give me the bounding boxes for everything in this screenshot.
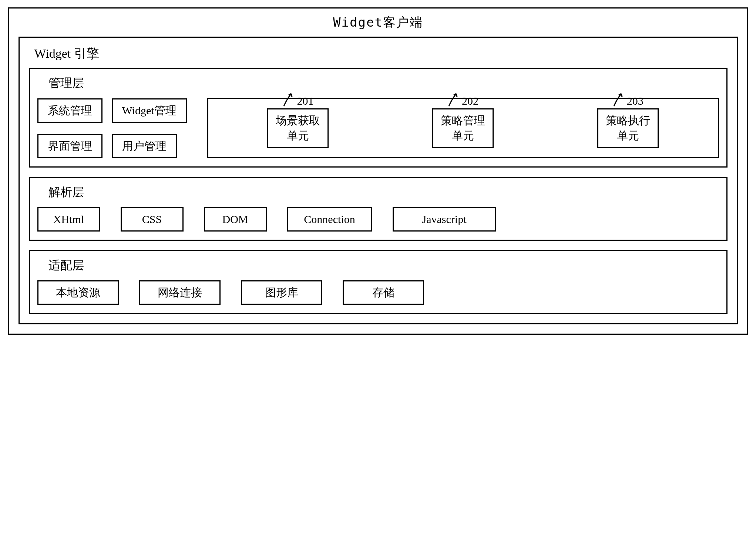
arrow-icon (282, 91, 295, 107)
connection-box: Connection (287, 207, 372, 232)
management-layer-content: 系统管理 Widget管理 界面管理 用户管理 (37, 98, 719, 158)
ref-202: 202 (447, 91, 478, 107)
system-management-box: 系统管理 (37, 98, 103, 123)
policy-execution-unit-wrapper: 203 策略执行 单元 (597, 108, 659, 148)
widget-management-box: Widget管理 (112, 98, 187, 123)
adaptation-layer-title: 适配层 (48, 257, 719, 274)
unit-line1: 策略执行 (606, 113, 650, 128)
management-right-group: 201 场景获取 单元 202 (207, 98, 719, 158)
arrow-icon (612, 91, 625, 107)
adaptation-layer: 适配层 本地资源 网络连接 图形库 存储 (29, 250, 728, 314)
ref-201: 201 (282, 91, 313, 107)
dom-box: DOM (204, 207, 267, 232)
ref-label-201: 201 (297, 95, 313, 107)
unit-line2: 单元 (606, 128, 650, 143)
widget-engine-container: Widget 引擎 管理层 系统管理 Widget管理 界面管理 用户管理 (19, 37, 738, 324)
engine-title: Widget 引擎 (34, 45, 728, 62)
interface-management-box: 界面管理 (37, 134, 103, 158)
widget-client-container: Widget客户端 Widget 引擎 管理层 系统管理 Widget管理 界面… (8, 7, 748, 335)
unit-line1: 策略管理 (441, 113, 485, 128)
policy-management-unit: 策略管理 单元 (432, 108, 494, 148)
unit-line1: 场景获取 (276, 113, 320, 128)
scene-acquisition-unit-wrapper: 201 场景获取 单元 (267, 108, 329, 148)
scene-acquisition-unit: 场景获取 单元 (267, 108, 329, 148)
css-box: CSS (121, 207, 184, 232)
graphics-library-box: 图形库 (241, 280, 322, 305)
ref-203: 203 (612, 91, 644, 107)
ref-label-202: 202 (462, 95, 478, 107)
management-row-2: 界面管理 用户管理 (37, 134, 187, 158)
local-resources-box: 本地资源 (37, 280, 119, 305)
javascript-box: Javascript (393, 207, 496, 232)
policy-execution-unit: 策略执行 单元 (597, 108, 659, 148)
user-management-box: 用户管理 (112, 134, 177, 158)
xhtml-box: XHtml (37, 207, 100, 232)
storage-box: 存储 (343, 280, 424, 305)
network-connection-box: 网络连接 (139, 280, 221, 305)
management-row-1: 系统管理 Widget管理 (37, 98, 187, 123)
arrow-icon (447, 91, 460, 107)
parsing-layer: 解析层 XHtml CSS DOM Connection Javascript (29, 177, 728, 241)
management-layer-title: 管理层 (48, 75, 719, 91)
adaptation-layer-content: 本地资源 网络连接 图形库 存储 (37, 280, 719, 305)
client-title: Widget客户端 (19, 14, 738, 31)
parsing-layer-content: XHtml CSS DOM Connection Javascript (37, 207, 719, 232)
ref-label-203: 203 (627, 95, 644, 107)
unit-line2: 单元 (276, 128, 320, 143)
management-layer: 管理层 系统管理 Widget管理 界面管理 用户管理 (29, 68, 728, 168)
parsing-layer-title: 解析层 (48, 184, 719, 200)
management-left-group: 系统管理 Widget管理 界面管理 用户管理 (37, 98, 187, 158)
unit-line2: 单元 (441, 128, 485, 143)
policy-management-unit-wrapper: 202 策略管理 单元 (432, 108, 494, 148)
